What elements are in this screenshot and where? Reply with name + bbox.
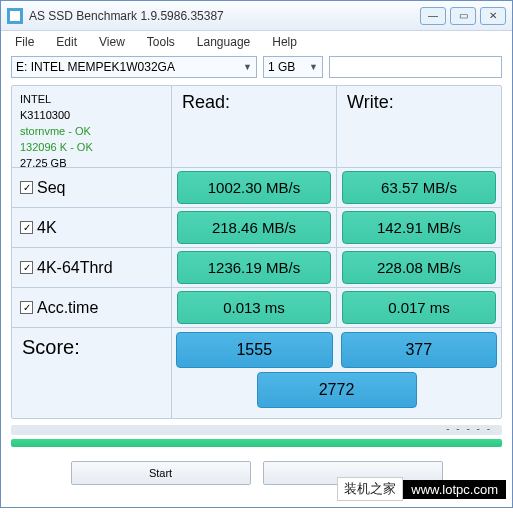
checkbox-acc[interactable]: ✓ — [20, 301, 33, 314]
score-total: 2772 — [257, 372, 417, 408]
info-vendor: INTEL — [20, 92, 163, 108]
size-select[interactable]: 1 GB ▼ — [263, 56, 323, 78]
label-4k: 4K — [37, 219, 57, 237]
toolbar: E: INTEL MEMPEK1W032GA ▼ 1 GB ▼ — [1, 53, 512, 81]
row-4k: ✓4K 218.46 MB/s 142.91 MB/s — [12, 208, 501, 248]
4k64-write: 228.08 MB/s — [342, 251, 496, 284]
4k64-read: 1236.19 MB/s — [177, 251, 331, 284]
row-seq: ✓Seq 1002.30 MB/s 63.57 MB/s — [12, 168, 501, 208]
progress-bar — [11, 439, 502, 447]
label-acc: Acc.time — [37, 299, 98, 317]
header-read: Read: — [172, 86, 337, 167]
window-title: AS SSD Benchmark 1.9.5986.35387 — [29, 9, 420, 23]
info-model: K3110300 — [20, 108, 163, 124]
row-acc-time: ✓Acc.time 0.013 ms 0.017 ms — [12, 288, 501, 328]
app-icon — [7, 8, 23, 24]
watermark-text: 装机之家 — [337, 477, 403, 501]
acc-read: 0.013 ms — [177, 291, 331, 324]
results-panel: INTEL K3110300 stornvme - OK 132096 K - … — [11, 85, 502, 419]
label-score: Score: — [12, 328, 172, 418]
seq-read: 1002.30 MB/s — [177, 171, 331, 204]
maximize-button[interactable]: ▭ — [450, 7, 476, 25]
row-score: Score: 1555 377 2772 — [12, 328, 501, 418]
header-write: Write: — [337, 86, 501, 167]
4k-write: 142.91 MB/s — [342, 211, 496, 244]
app-window: AS SSD Benchmark 1.9.5986.35387 — ▭ ✕ Fi… — [0, 0, 513, 508]
menu-file[interactable]: File — [15, 35, 34, 49]
size-select-value: 1 GB — [268, 60, 295, 74]
close-button[interactable]: ✕ — [480, 7, 506, 25]
watermark-url: www.lotpc.com — [403, 480, 506, 499]
watermark: 装机之家 www.lotpc.com — [337, 477, 506, 501]
score-read: 1555 — [176, 332, 333, 368]
drive-info: INTEL K3110300 stornvme - OK 132096 K - … — [12, 86, 172, 167]
minimize-button[interactable]: — — [420, 7, 446, 25]
menu-language[interactable]: Language — [197, 35, 250, 49]
progress-marks: - - - - - — [446, 423, 492, 434]
score-write: 377 — [341, 332, 498, 368]
label-seq: Seq — [37, 179, 65, 197]
menu-view[interactable]: View — [99, 35, 125, 49]
drive-select-value: E: INTEL MEMPEK1W032GA — [16, 60, 175, 74]
checkbox-4k[interactable]: ✓ — [20, 221, 33, 234]
svg-rect-1 — [10, 11, 20, 21]
menu-help[interactable]: Help — [272, 35, 297, 49]
checkbox-seq[interactable]: ✓ — [20, 181, 33, 194]
menu-tools[interactable]: Tools — [147, 35, 175, 49]
titlebar: AS SSD Benchmark 1.9.5986.35387 — ▭ ✕ — [1, 1, 512, 31]
text-input[interactable] — [329, 56, 502, 78]
chevron-down-icon: ▼ — [309, 62, 318, 72]
drive-select[interactable]: E: INTEL MEMPEK1W032GA ▼ — [11, 56, 257, 78]
info-driver: stornvme - OK — [20, 124, 163, 140]
menubar: File Edit View Tools Language Help — [1, 31, 512, 53]
row-4k-64thrd: ✓4K-64Thrd 1236.19 MB/s 228.08 MB/s — [12, 248, 501, 288]
4k-read: 218.46 MB/s — [177, 211, 331, 244]
progress-area: - - - - - — [11, 425, 502, 447]
start-button[interactable]: Start — [71, 461, 251, 485]
chevron-down-icon: ▼ — [243, 62, 252, 72]
acc-write: 0.017 ms — [342, 291, 496, 324]
menu-edit[interactable]: Edit — [56, 35, 77, 49]
info-partition: 132096 K - OK — [20, 140, 163, 156]
checkbox-4k64[interactable]: ✓ — [20, 261, 33, 274]
label-4k64: 4K-64Thrd — [37, 259, 113, 277]
seq-write: 63.57 MB/s — [342, 171, 496, 204]
